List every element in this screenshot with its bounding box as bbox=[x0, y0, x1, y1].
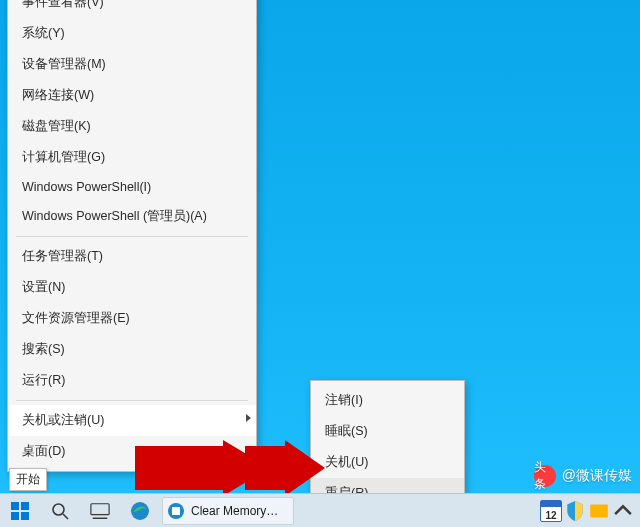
submenu-item-label: 睡眠(S) bbox=[325, 424, 368, 438]
submenu-item[interactable]: 关机(U) bbox=[311, 447, 464, 478]
tray-calendar[interactable]: 12 bbox=[540, 500, 562, 522]
submenu-item-label: 关机(U) bbox=[325, 455, 368, 469]
start-button[interactable] bbox=[0, 494, 40, 528]
menu-item-label: 计算机管理(G) bbox=[22, 150, 105, 164]
menu-item[interactable]: 事件查看器(V) bbox=[8, 0, 256, 18]
search-icon bbox=[50, 501, 70, 521]
svg-rect-12 bbox=[172, 507, 180, 515]
menu-item[interactable]: Windows PowerShell (管理员)(A) bbox=[8, 201, 256, 232]
winx-context-menu: 应用和功能(F)电源选项(O)事件查看器(V)系统(Y)设备管理器(M)网络连接… bbox=[7, 0, 257, 472]
search-button[interactable] bbox=[40, 494, 80, 528]
menu-item-label: 任务管理器(T) bbox=[22, 249, 103, 263]
svg-rect-13 bbox=[590, 504, 608, 517]
calendar-icon: 12 bbox=[540, 500, 562, 522]
menu-item[interactable]: 运行(R) bbox=[8, 365, 256, 396]
watermark: 头条 @微课传媒 bbox=[534, 465, 632, 487]
tray-app[interactable] bbox=[588, 500, 610, 522]
menu-item-label: 网络连接(W) bbox=[22, 88, 94, 102]
svg-point-10 bbox=[131, 502, 149, 520]
submenu-item[interactable]: 注销(I) bbox=[311, 385, 464, 416]
menu-item[interactable]: Windows PowerShell(I) bbox=[8, 173, 256, 201]
menu-item-label: 系统(Y) bbox=[22, 26, 65, 40]
submenu-item-label: 注销(I) bbox=[325, 393, 363, 407]
menu-item-label: 搜索(S) bbox=[22, 342, 65, 356]
tray-overflow[interactable] bbox=[612, 500, 634, 522]
chevron-up-icon bbox=[612, 500, 634, 522]
svg-point-6 bbox=[53, 504, 64, 515]
menu-item[interactable]: 网络连接(W) bbox=[8, 80, 256, 111]
submenu-item[interactable]: 睡眠(S) bbox=[311, 416, 464, 447]
watermark-logo: 头条 bbox=[534, 465, 556, 487]
taskbar-app-clear-memory[interactable]: Clear Memory… bbox=[162, 497, 294, 525]
svg-rect-4 bbox=[11, 512, 19, 520]
menu-item-label: 文件资源管理器(E) bbox=[22, 311, 130, 325]
menu-item[interactable]: 关机或注销(U) bbox=[8, 405, 256, 436]
menu-item-label: 关机或注销(U) bbox=[22, 413, 104, 427]
svg-line-7 bbox=[63, 514, 68, 519]
tray-security[interactable] bbox=[564, 500, 586, 522]
menu-item[interactable]: 磁盘管理(K) bbox=[8, 111, 256, 142]
system-tray: 12 bbox=[540, 500, 640, 522]
menu-item[interactable]: 任务管理器(T) bbox=[8, 241, 256, 272]
edge-button[interactable] bbox=[120, 494, 160, 528]
menu-item[interactable]: 文件资源管理器(E) bbox=[8, 303, 256, 334]
desktop: 应用和功能(F)电源选项(O)事件查看器(V)系统(Y)设备管理器(M)网络连接… bbox=[0, 0, 640, 527]
svg-rect-8 bbox=[91, 503, 109, 514]
menu-item-label: Windows PowerShell(I) bbox=[22, 180, 151, 194]
task-view-icon bbox=[90, 501, 110, 521]
menu-item[interactable]: 搜索(S) bbox=[8, 334, 256, 365]
menu-item[interactable]: 系统(Y) bbox=[8, 18, 256, 49]
app-icon bbox=[167, 502, 185, 520]
menu-item-label: 设备管理器(M) bbox=[22, 57, 106, 71]
menu-item-label: Windows PowerShell (管理员)(A) bbox=[22, 209, 207, 223]
menu-separator bbox=[16, 236, 248, 237]
menu-item-label: 设置(N) bbox=[22, 280, 65, 294]
taskbar-app-label: Clear Memory… bbox=[191, 504, 278, 518]
calendar-day: 12 bbox=[545, 510, 556, 521]
menu-item-label: 桌面(D) bbox=[22, 444, 65, 458]
taskbar: Clear Memory… 12 bbox=[0, 493, 640, 527]
menu-item[interactable]: 桌面(D) bbox=[8, 436, 256, 467]
svg-rect-3 bbox=[21, 502, 29, 510]
shield-icon bbox=[564, 500, 586, 522]
svg-rect-5 bbox=[21, 512, 29, 520]
edge-icon bbox=[130, 501, 150, 521]
menu-item[interactable]: 设置(N) bbox=[8, 272, 256, 303]
svg-rect-2 bbox=[11, 502, 19, 510]
start-tooltip: 开始 bbox=[9, 468, 47, 491]
tray-app-icon bbox=[588, 500, 610, 522]
watermark-text: @微课传媒 bbox=[562, 467, 632, 485]
menu-separator bbox=[16, 400, 248, 401]
menu-item-label: 运行(R) bbox=[22, 373, 65, 387]
submenu-arrow-icon bbox=[246, 414, 251, 422]
menu-item[interactable]: 设备管理器(M) bbox=[8, 49, 256, 80]
menu-item[interactable]: 计算机管理(G) bbox=[8, 142, 256, 173]
windows-logo-icon bbox=[10, 501, 30, 521]
task-view-button[interactable] bbox=[80, 494, 120, 528]
menu-item-label: 磁盘管理(K) bbox=[22, 119, 91, 133]
menu-item-label: 事件查看器(V) bbox=[22, 0, 104, 9]
